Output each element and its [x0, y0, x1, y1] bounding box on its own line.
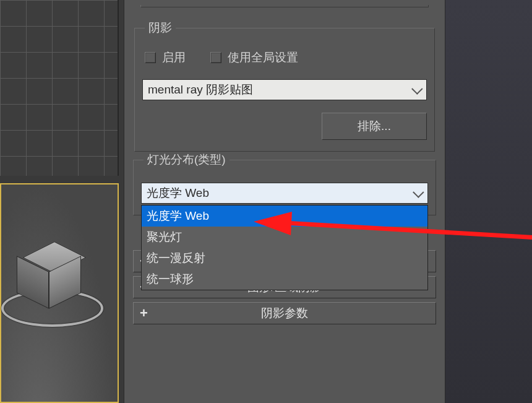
chevron-down-icon: [413, 190, 423, 196]
shadow-map-dropdown[interactable]: mental ray 阴影贴图: [142, 79, 427, 100]
light-distribution-legend: 灯光分布(类型): [144, 152, 230, 168]
rollout-label: 阴影参数: [134, 305, 435, 321]
enable-shadow-checkbox[interactable]: 启用: [145, 50, 186, 66]
plus-icon: +: [140, 305, 148, 321]
shadow-group-legend: 阴影: [145, 20, 176, 36]
light-type-option-spotlight[interactable]: 聚光灯: [142, 227, 427, 248]
enable-shadow-label: 启用: [162, 50, 186, 66]
use-global-settings-label: 使用全局设置: [228, 50, 298, 66]
viewcube-cube[interactable]: [25, 244, 84, 303]
light-type-selected-value: 光度学 Web: [147, 185, 209, 201]
previous-group-bottom: [140, 5, 429, 7]
modify-panel: 阴影 启用 使用全局设置 mental ray 阴影贴图 排除...: [124, 0, 445, 403]
viewport-grid-top[interactable]: [0, 0, 119, 176]
shadow-map-value: mental ray 阴影贴图: [148, 82, 253, 98]
light-type-combo-wrap: 光度学 Web 光度学 Web 聚光灯 统一漫反射 统一球形: [141, 183, 428, 204]
light-type-dropdown-list: 光度学 Web 聚光灯 统一漫反射 统一球形: [141, 205, 428, 290]
rollout-shadow-parameters[interactable]: + 阴影参数: [133, 302, 436, 324]
light-type-dropdown[interactable]: 光度学 Web: [141, 183, 428, 204]
checkbox-icon: [210, 52, 221, 63]
exclude-button[interactable]: 排除...: [322, 113, 427, 140]
shadow-group: 阴影 启用 使用全局设置 mental ray 阴影贴图 排除...: [134, 20, 435, 152]
checkbox-icon: [145, 52, 156, 63]
exclude-button-label: 排除...: [358, 119, 391, 132]
light-type-option-uniform-spherical[interactable]: 统一球形: [142, 269, 427, 290]
viewport-perspective[interactable]: [0, 183, 119, 403]
viewcube[interactable]: [7, 240, 106, 339]
use-global-settings-checkbox[interactable]: 使用全局设置: [210, 50, 298, 66]
light-type-option-photometric-web[interactable]: 光度学 Web: [142, 206, 427, 227]
light-distribution-group: 灯光分布(类型) 光度学 Web 光度学 Web 聚光灯 统一漫反射 统一球形: [133, 152, 436, 215]
shadow-checkbox-row: 启用 使用全局设置: [145, 50, 427, 66]
scene-background: [445, 0, 532, 403]
chevron-down-icon: [411, 87, 421, 93]
light-type-option-uniform-diffuse[interactable]: 统一漫反射: [142, 248, 427, 269]
